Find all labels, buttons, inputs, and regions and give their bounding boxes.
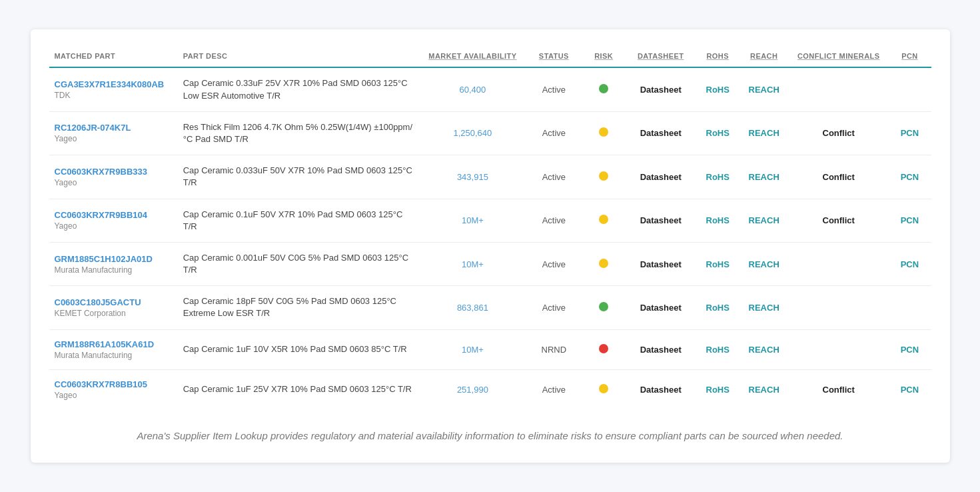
reach-link[interactable]: REACH — [749, 303, 779, 313]
cell-risk — [582, 329, 625, 369]
cell-risk — [582, 286, 625, 329]
cell-avail: 863,861 — [420, 286, 525, 329]
cell-conflict-minerals: Conflict — [789, 369, 888, 409]
part-link[interactable]: CC0603KRX7R9BB104 — [55, 210, 173, 220]
part-link[interactable]: GRM188R61A105KA61D — [55, 339, 173, 349]
risk-dot — [599, 127, 608, 137]
pcn-link[interactable]: PCN — [901, 172, 919, 182]
cell-datasheet: Datasheet — [625, 329, 696, 369]
cell-reach: REACH — [739, 111, 789, 155]
reach-link[interactable]: REACH — [749, 215, 779, 225]
rohs-link[interactable]: RoHS — [706, 172, 730, 182]
cell-conflict-minerals — [789, 286, 888, 329]
pcn-link[interactable]: PCN — [901, 385, 919, 395]
cell-datasheet: Datasheet — [625, 155, 696, 199]
part-link[interactable]: C0603C180J5GACTU — [55, 297, 173, 307]
avail-number: 343,915 — [457, 172, 488, 182]
pcn-link[interactable]: PCN — [901, 128, 919, 138]
pcn-link[interactable]: PCN — [901, 215, 919, 225]
part-mfr: Yageo — [55, 178, 173, 187]
part-link[interactable]: RC1206JR-074K7L — [55, 123, 173, 133]
cell-risk — [582, 242, 625, 285]
part-mfr: Yageo — [55, 134, 173, 143]
part-desc-text: Cap Ceramic 0.33uF 25V X7R 10% Pad SMD 0… — [183, 78, 408, 100]
conflict-text: Conflict — [823, 172, 855, 182]
cell-risk — [582, 67, 625, 111]
cell-reach: REACH — [739, 242, 789, 285]
part-desc-text: Cap Ceramic 1uF 25V X7R 10% Pad SMD 0603… — [183, 384, 412, 394]
datasheet-link[interactable]: Datasheet — [640, 259, 682, 269]
cell-rohs: RoHS — [696, 286, 739, 329]
cell-status: Active — [526, 155, 583, 199]
cell-rohs: RoHS — [696, 67, 739, 111]
cell-avail: 1,250,640 — [420, 111, 525, 155]
cell-rohs: RoHS — [696, 111, 739, 155]
cell-matched-part: GRM1885C1H102JA01DMurata Manufacturing — [49, 242, 178, 285]
part-link[interactable]: CGA3E3X7R1E334K080AB — [55, 79, 173, 89]
reach-link[interactable]: REACH — [749, 128, 779, 138]
cell-status: NRND — [526, 329, 583, 369]
cell-conflict-minerals: Conflict — [789, 155, 888, 199]
part-mfr: Yageo — [55, 221, 173, 231]
cell-conflict-minerals: Conflict — [789, 199, 888, 242]
datasheet-link[interactable]: Datasheet — [640, 215, 682, 225]
cell-part-desc: Res Thick Film 1206 4.7K Ohm 5% 0.25W(1/… — [178, 111, 420, 155]
avail-number: 10M+ — [462, 215, 484, 225]
pcn-link[interactable]: PCN — [901, 345, 919, 355]
datasheet-link[interactable]: Datasheet — [640, 85, 682, 95]
datasheet-link[interactable]: Datasheet — [640, 385, 682, 395]
status-text: Active — [542, 85, 566, 95]
part-desc-text: Res Thick Film 1206 4.7K Ohm 5% 0.25W(1/… — [183, 122, 412, 144]
table-row: GRM1885C1H102JA01DMurata ManufacturingCa… — [49, 242, 931, 285]
risk-dot — [599, 384, 608, 393]
reach-link[interactable]: REACH — [749, 345, 779, 355]
table-row: RC1206JR-074K7LYageoRes Thick Film 1206 … — [49, 111, 931, 155]
rohs-link[interactable]: RoHS — [706, 128, 730, 138]
part-link[interactable]: GRM1885C1H102JA01D — [55, 254, 173, 264]
cell-reach: REACH — [739, 155, 789, 199]
col-header-part-desc: PART DESC — [178, 45, 420, 67]
table-header-row: MATCHED PART PART DESC MARKET AVAILABILI… — [49, 45, 931, 67]
cell-matched-part: CGA3E3X7R1E334K080ABTDK — [49, 67, 178, 111]
cell-pcn: PCN — [888, 111, 931, 155]
part-mfr: KEMET Corporation — [55, 309, 173, 318]
reach-link[interactable]: REACH — [749, 172, 779, 182]
col-header-status: STATUS — [526, 45, 583, 67]
cell-conflict-minerals — [789, 242, 888, 285]
table-row: C0603C180J5GACTUKEMET CorporationCap Cer… — [49, 286, 931, 329]
part-mfr: Murata Manufacturing — [55, 265, 173, 275]
part-link[interactable]: CC0603KRX7R9BB333 — [55, 167, 173, 177]
datasheet-link[interactable]: Datasheet — [640, 303, 682, 313]
datasheet-link[interactable]: Datasheet — [640, 128, 682, 138]
risk-dot — [599, 302, 608, 311]
cell-matched-part: CC0603KRX7R8BB105Yageo — [49, 369, 178, 409]
avail-number: 10M+ — [462, 259, 484, 269]
cell-risk — [582, 199, 625, 242]
rohs-link[interactable]: RoHS — [706, 259, 730, 269]
datasheet-link[interactable]: Datasheet — [640, 172, 682, 182]
rohs-link[interactable]: RoHS — [706, 215, 730, 225]
risk-dot — [599, 171, 608, 181]
cell-datasheet: Datasheet — [625, 369, 696, 409]
cell-status: Active — [526, 286, 583, 329]
status-text: Active — [542, 215, 566, 225]
cell-pcn: PCN — [888, 369, 931, 409]
rohs-link[interactable]: RoHS — [706, 303, 730, 313]
rohs-link[interactable]: RoHS — [706, 345, 730, 355]
cell-datasheet: Datasheet — [625, 286, 696, 329]
part-link[interactable]: CC0603KRX7R8BB105 — [55, 379, 173, 389]
col-header-risk: RISK — [582, 45, 625, 67]
cell-matched-part: RC1206JR-074K7LYageo — [49, 111, 178, 155]
cell-status: Active — [526, 199, 583, 242]
reach-link[interactable]: REACH — [749, 385, 779, 395]
cell-pcn: PCN — [888, 155, 931, 199]
rohs-link[interactable]: RoHS — [706, 385, 730, 395]
pcn-link[interactable]: PCN — [901, 259, 919, 269]
cell-reach: REACH — [739, 286, 789, 329]
reach-link[interactable]: REACH — [749, 259, 779, 269]
part-desc-text: Cap Ceramic 1uF 10V X5R 10% Pad SMD 0603… — [183, 344, 407, 354]
risk-dot — [599, 344, 608, 353]
rohs-link[interactable]: RoHS — [706, 85, 730, 95]
datasheet-link[interactable]: Datasheet — [640, 345, 682, 355]
reach-link[interactable]: REACH — [749, 85, 779, 95]
